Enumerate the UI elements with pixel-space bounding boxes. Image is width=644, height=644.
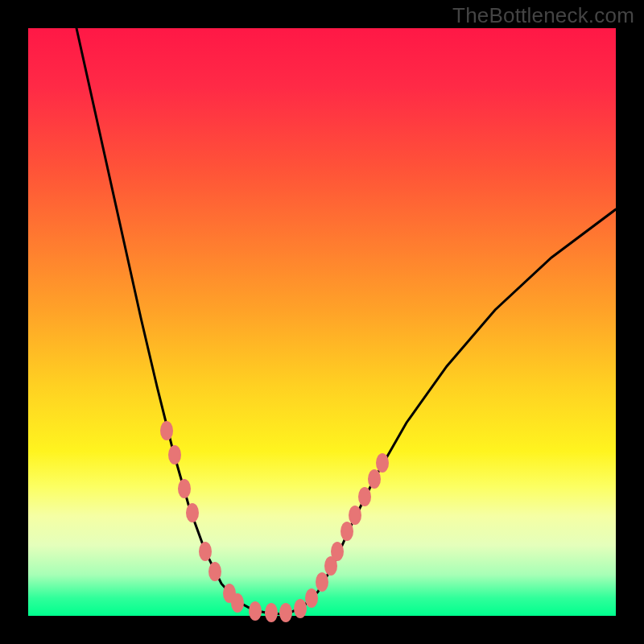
chart-svg	[28, 28, 616, 616]
marker-point	[208, 562, 221, 581]
marker-point	[199, 542, 212, 561]
marker-point	[279, 603, 292, 622]
curve-left-curve	[76, 28, 286, 614]
frame: TheBottleneck.com	[0, 0, 644, 644]
marker-point	[294, 599, 307, 618]
marker-point	[265, 603, 278, 622]
marker-point	[341, 522, 353, 541]
marker-point	[358, 487, 371, 506]
marker-point	[168, 445, 181, 464]
marker-point	[368, 469, 381, 489]
marker-point	[305, 588, 318, 608]
marker-point	[349, 506, 361, 525]
marker-point	[231, 593, 244, 613]
marker-point	[331, 542, 344, 561]
source-watermark: TheBottleneck.com	[452, 3, 634, 28]
marker-point	[178, 479, 191, 498]
marker-point	[376, 453, 389, 473]
data-markers	[160, 421, 389, 622]
marker-point	[186, 503, 199, 522]
chart-plot-area	[28, 28, 616, 616]
marker-point	[316, 572, 328, 592]
marker-point	[249, 601, 262, 621]
marker-point	[160, 421, 173, 440]
